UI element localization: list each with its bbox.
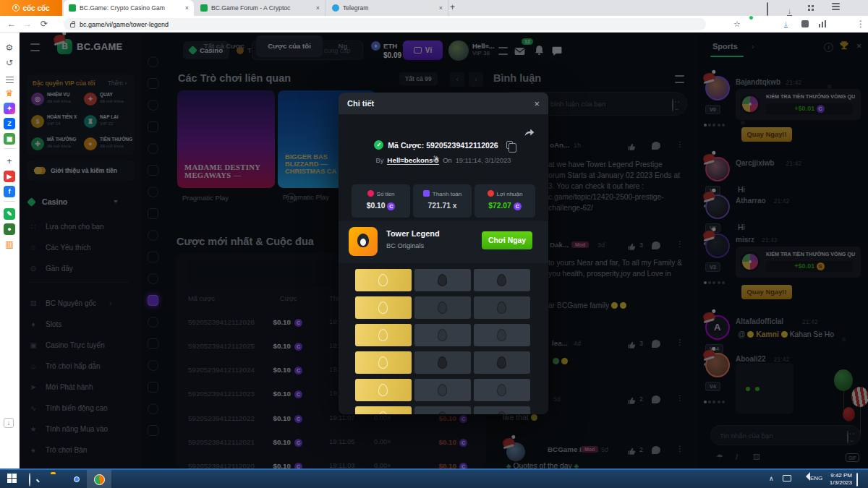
egg-icon	[497, 411, 506, 414]
share-icon[interactable]	[524, 127, 535, 140]
newsfeed-glyph	[6, 80, 14, 81]
browser-brand-label: cốc cốc	[22, 4, 49, 12]
tower-tile-r3c2[interactable]	[414, 324, 471, 346]
egg-icon	[378, 384, 388, 396]
taskbar-date: 1/3/2023	[830, 479, 852, 487]
tower-tile-r5c1[interactable]	[355, 379, 412, 401]
back-icon[interactable]: ←	[7, 16, 16, 33]
tower-tile-r4c2[interactable]	[414, 351, 471, 374]
tower-tile-r6c1[interactable]	[355, 406, 412, 414]
verified-check-icon: ✓	[374, 140, 383, 150]
tower-tile-r1c2[interactable]	[414, 269, 471, 291]
reload-icon[interactable]: ⟳	[41, 16, 48, 33]
egg-icon	[378, 301, 388, 314]
bookmark-star-icon[interactable]: ☆	[733, 20, 741, 29]
bcgame-page: B BC.GAME Đặc quyền VIP của tôi Thêm › ◎…	[20, 33, 868, 468]
tower-tile-r1c1[interactable]	[355, 269, 412, 291]
sports-news-icon[interactable]: ●	[4, 223, 15, 235]
tower-tile-r2c3[interactable]	[474, 296, 530, 319]
stat-amount-value: $0.10 C	[352, 202, 410, 210]
browser-logo[interactable]: cốc cốc	[0, 0, 62, 16]
sidebar-divider	[4, 201, 15, 202]
card-icon	[423, 190, 430, 197]
browser-tab-bar: cốc cốc BC.Game: Crypto Casino Gam ×BC.G…	[0, 0, 868, 16]
facebook-icon[interactable]: f	[4, 186, 15, 197]
tower-tile-r5c3[interactable]	[474, 379, 530, 401]
url-text: bc.game/vi/game/tower-legend	[80, 21, 169, 28]
tower-legend-icon[interactable]	[349, 227, 378, 256]
tower-tile-r1c3[interactable]	[474, 269, 530, 291]
bcgame-favicon	[69, 4, 76, 12]
new-tab-button[interactable]: +	[450, 2, 455, 12]
browser-tab[interactable]: BC.Game: Crypto Casino Gam ×	[64, 0, 194, 16]
add-sidebar-icon[interactable]: +	[4, 155, 15, 167]
coccoc-taskbar-slot[interactable]	[87, 470, 111, 488]
url-bar[interactable]: bc.game/vi/game/tower-legend	[64, 18, 706, 30]
stats-icon[interactable]	[819, 20, 826, 27]
coin-icon: C	[387, 202, 395, 210]
play-now-button[interactable]: Chơi Ngay	[482, 231, 532, 249]
history-icon[interactable]: ↺	[4, 57, 15, 69]
egg-icon	[378, 356, 388, 369]
settings-icon[interactable]: ⚙	[4, 42, 15, 53]
tower-tile-r2c1[interactable]	[355, 296, 412, 319]
messenger-icon[interactable]: ✦	[4, 103, 15, 114]
taskbar-search-icon[interactable]	[29, 473, 30, 487]
action-center-icon[interactable]	[856, 473, 858, 487]
tower-tile-r5c2[interactable]	[414, 379, 471, 401]
stat-profit-label: Lợi nhuận	[475, 190, 535, 197]
copy-icon[interactable]	[506, 141, 513, 149]
extensions-icon[interactable]	[801, 20, 809, 27]
apps-icon[interactable]	[807, 3, 814, 12]
bet-id-row: ✓ Mã Cược: 59205239412112026	[339, 140, 548, 150]
tower-tile-r2c2[interactable]	[414, 296, 471, 319]
network-icon[interactable]	[783, 475, 791, 481]
stat-amount-label: Số tiền	[352, 190, 410, 197]
browser-menu-icon[interactable]: ⋮	[856, 16, 865, 33]
tab-title: BC.Game: Crypto Casino Gam	[80, 4, 182, 12]
language-indicator[interactable]: ENG	[810, 475, 822, 481]
download-manager-icon[interactable]: ↓	[784, 20, 788, 27]
tab-close-icon[interactable]: ×	[316, 4, 320, 12]
coin-icon: C	[514, 202, 522, 210]
coccoc-clock-icon	[12, 4, 20, 12]
crown-icon[interactable]: ♛	[4, 87, 15, 99]
browser-tab[interactable]: BC.Game Forum - A Cryptoc ×	[195, 0, 326, 16]
notes-icon[interactable]: ✎	[4, 208, 15, 220]
modal-game-provider: BC Originals	[386, 242, 424, 249]
by-label: By	[376, 157, 384, 164]
egg-icon	[438, 411, 447, 414]
download-tray-icon[interactable]: ↓	[4, 418, 14, 428]
cast-icon[interactable]	[767, 3, 768, 16]
bet-datetime: 19:11:14, 3/1/2023	[456, 157, 511, 164]
tower-tile-r4c1[interactable]	[355, 351, 412, 374]
tray-chevron-icon[interactable]: ∧	[769, 475, 774, 482]
forward-icon[interactable]: →	[23, 16, 32, 33]
newsfeed-icon[interactable]	[4, 72, 15, 84]
modal-close-icon[interactable]: ×	[534, 98, 540, 109]
shop-icon[interactable]: ▥	[4, 239, 15, 250]
tower-tile-r6c2[interactable]	[414, 406, 471, 414]
tower-tile-r3c1[interactable]	[355, 324, 412, 346]
tab-close-icon[interactable]: ×	[185, 4, 189, 12]
zalo-icon[interactable]: Z	[4, 118, 15, 129]
browser-tab[interactable]: Telegram ×	[327, 0, 448, 16]
youtube-icon[interactable]: ▶	[4, 171, 15, 182]
taskbar-clock[interactable]: 9:42 PM 1/3/2023	[830, 472, 852, 487]
download-icon[interactable]: ↓	[787, 4, 792, 17]
games-icon[interactable]: ▣	[4, 133, 15, 145]
tower-tile-r3c3[interactable]	[474, 324, 530, 346]
menu-icon[interactable]	[832, 2, 840, 7]
egg-icon	[438, 329, 447, 341]
chips-icon	[367, 190, 374, 197]
tower-tile-r4c3[interactable]	[474, 351, 530, 374]
tower-tile-r6c3[interactable]	[474, 406, 530, 414]
apps-glyph	[807, 4, 814, 12]
egg-icon	[378, 411, 388, 414]
egg-icon	[497, 329, 506, 341]
start-button[interactable]	[7, 474, 17, 483]
cast-glyph	[767, 2, 768, 16]
menu-glyph	[832, 6, 840, 7]
tab-close-icon[interactable]: ×	[439, 4, 443, 12]
bet-username[interactable]: Hell≈beckons☃	[387, 156, 439, 165]
